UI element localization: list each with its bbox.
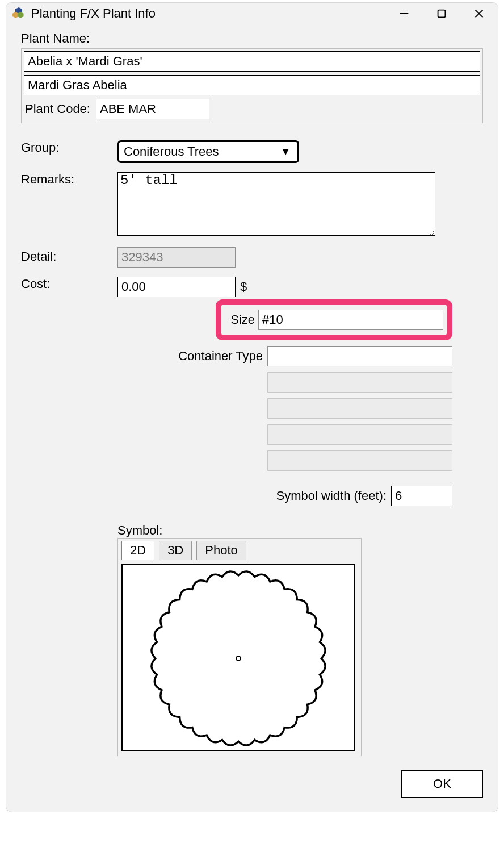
- symbol-width-label: Symbol width (feet):: [276, 489, 387, 503]
- size-label: Size: [230, 312, 255, 327]
- symbol-width-input[interactable]: [391, 486, 452, 506]
- close-button[interactable]: [472, 6, 486, 21]
- detail-label: Detail:: [21, 249, 117, 264]
- group-label: Group:: [21, 140, 117, 155]
- extra-field-1: [267, 372, 452, 393]
- window-controls: [397, 6, 486, 21]
- symbol-group: 2D 3D Photo: [117, 538, 362, 756]
- plant-scientific-name-input[interactable]: [24, 51, 480, 72]
- detail-input[interactable]: [117, 247, 236, 268]
- plant-name-label: Plant Name:: [21, 31, 483, 46]
- cost-input[interactable]: [117, 277, 236, 297]
- maximize-button[interactable]: [434, 6, 449, 21]
- remarks-textarea[interactable]: [117, 172, 435, 236]
- group-select-value: Coniferous Trees: [124, 144, 219, 159]
- window-title: Planting F/X Plant Info: [31, 6, 397, 21]
- plant-code-label: Plant Code:: [24, 102, 90, 116]
- tab-photo[interactable]: Photo: [196, 541, 246, 560]
- extra-field-3: [267, 424, 452, 445]
- tab-2d[interactable]: 2D: [121, 541, 154, 560]
- titlebar: Planting F/X Plant Info: [6, 3, 498, 24]
- extra-field-2: [267, 398, 452, 419]
- dialog-window: Planting F/X Plant Info Plant Name: Plan…: [6, 2, 498, 812]
- plant-symbol-icon: [123, 565, 354, 750]
- ok-button[interactable]: OK: [401, 770, 483, 798]
- cost-label: Cost:: [21, 277, 117, 291]
- container-type-input[interactable]: [267, 346, 452, 366]
- dialog-content: Plant Name: Plant Code: Group: Coniferou…: [6, 24, 498, 812]
- group-select[interactable]: Coniferous Trees ▼: [117, 140, 299, 163]
- cost-currency: $: [240, 279, 247, 294]
- symbol-label: Symbol:: [117, 523, 483, 538]
- symbol-preview: [121, 564, 355, 751]
- size-input[interactable]: [258, 310, 443, 330]
- chevron-down-icon: ▼: [280, 146, 291, 158]
- svg-point-7: [236, 656, 241, 661]
- extra-field-4: [267, 450, 452, 471]
- remarks-label: Remarks:: [21, 172, 117, 187]
- svg-rect-4: [438, 10, 446, 18]
- tab-3d[interactable]: 3D: [159, 541, 192, 560]
- container-type-label: Container Type: [178, 349, 263, 364]
- plant-code-input[interactable]: [96, 99, 209, 119]
- plant-name-group: Plant Code:: [21, 48, 483, 123]
- app-icon: [12, 7, 26, 20]
- plant-common-name-input[interactable]: [24, 75, 480, 95]
- size-highlight: Size: [216, 299, 452, 340]
- minimize-button[interactable]: [397, 6, 411, 21]
